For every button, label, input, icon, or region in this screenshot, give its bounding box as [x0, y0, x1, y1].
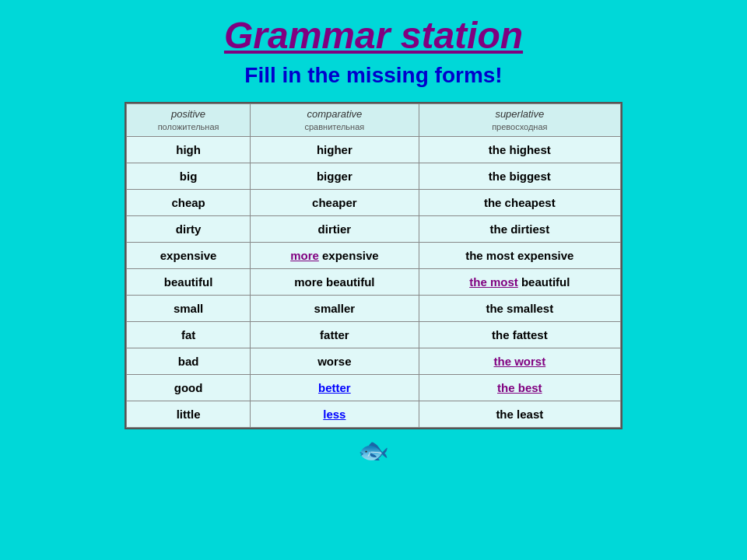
header-comparative: comparative сравнительная — [251, 104, 419, 137]
cell-comparative: worse — [251, 348, 419, 375]
cell-positive: expensive — [127, 243, 251, 269]
cell-superlative: the fattest — [419, 322, 620, 348]
cell-superlative: the biggest — [419, 163, 620, 190]
comp-underline-span: better — [318, 381, 351, 394]
cell-superlative: the most expensive — [419, 243, 620, 269]
comp-underline-span: less — [323, 408, 345, 421]
cell-positive: good — [127, 375, 251, 401]
table-row: smallsmallerthe smallest — [127, 296, 621, 322]
cell-comparative: higher — [251, 137, 419, 163]
header-positive: positive положительная — [127, 104, 251, 137]
table-row: expensivemore expensivethe most expensiv… — [127, 243, 621, 269]
grammar-table-container: positive положительная comparative сравн… — [124, 102, 622, 429]
cell-comparative: cheaper — [251, 190, 419, 216]
cell-comparative: bigger — [251, 163, 419, 190]
cell-comparative: less — [251, 401, 419, 428]
cell-comparative: fatter — [251, 322, 419, 348]
table-row: bigbiggerthe biggest — [127, 163, 621, 190]
more-underline-span: more — [290, 249, 319, 262]
subtitle: Fill in the missing forms! — [244, 63, 502, 88]
table-row: cheapcheaperthe cheapest — [127, 190, 621, 216]
table-row: goodbetterthe best — [127, 375, 621, 401]
table-row: badworsethe worst — [127, 348, 621, 375]
page-title: Grammar station — [224, 14, 523, 57]
cell-positive: little — [127, 401, 251, 428]
cell-superlative: the highest — [419, 137, 620, 163]
table-row: fatfatterthe fattest — [127, 322, 621, 348]
fish-decoration: 🐟 — [358, 436, 389, 465]
grammar-table: positive положительная comparative сравн… — [126, 103, 621, 428]
cell-positive: small — [127, 296, 251, 322]
cell-positive: high — [127, 137, 251, 163]
cell-superlative: the best — [419, 375, 620, 401]
table-header-row: positive положительная comparative сравн… — [127, 104, 621, 137]
cell-comparative: more expensive — [251, 243, 419, 269]
sup-underline-span: the worst — [493, 355, 545, 368]
cell-positive: cheap — [127, 190, 251, 216]
cell-positive: big — [127, 163, 251, 190]
cell-superlative: the most beautiful — [419, 269, 620, 296]
cell-superlative: the worst — [419, 348, 620, 375]
cell-comparative: more beautiful — [251, 269, 419, 296]
cell-superlative: the smallest — [419, 296, 620, 322]
sup-underline-span: the best — [497, 381, 542, 394]
the-most-span: the most — [469, 275, 518, 289]
cell-positive: fat — [127, 322, 251, 348]
table-row: beautifulmore beautifulthe most beautifu… — [127, 269, 621, 296]
header-superlative: superlative превосходная — [419, 104, 620, 137]
cell-comparative: dirtier — [251, 216, 419, 243]
cell-positive: dirty — [127, 216, 251, 243]
cell-superlative: the cheapest — [419, 190, 620, 216]
table-row: littlelessthe least — [127, 401, 621, 428]
table-row: dirtydirtierthe dirtiest — [127, 216, 621, 243]
cell-comparative: better — [251, 375, 419, 401]
table-row: highhigherthe highest — [127, 137, 621, 163]
cell-superlative: the dirtiest — [419, 216, 620, 243]
cell-superlative: the least — [419, 401, 620, 428]
cell-positive: beautiful — [127, 269, 251, 296]
cell-comparative: smaller — [251, 296, 419, 322]
cell-positive: bad — [127, 348, 251, 375]
